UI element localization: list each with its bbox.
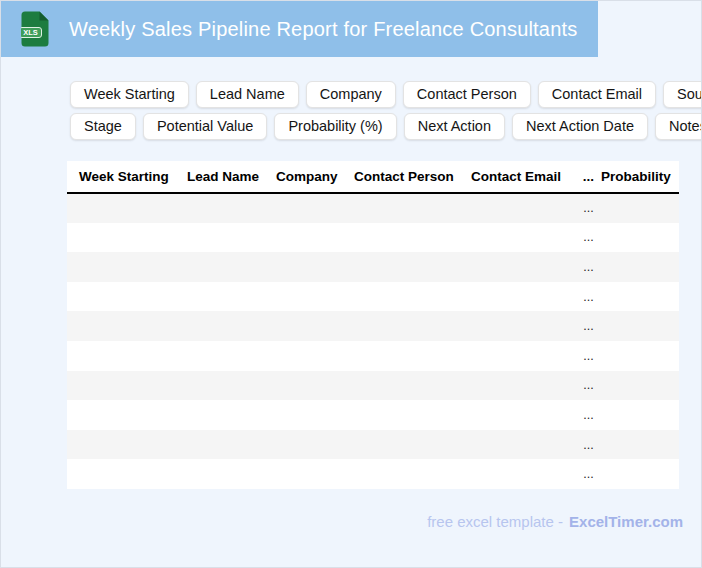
empty-cell	[276, 371, 354, 401]
column-chip: Company	[306, 81, 396, 108]
empty-cell	[601, 282, 679, 312]
empty-cell	[276, 341, 354, 371]
empty-cell	[67, 223, 187, 253]
footer-brand-link[interactable]: ExcelTimer.com	[569, 513, 683, 530]
column-header: Contact Email	[471, 161, 576, 193]
empty-cell	[187, 223, 276, 253]
column-header-ellipsis: ...	[576, 161, 601, 193]
table-row: ...	[67, 252, 679, 282]
empty-cell	[471, 341, 576, 371]
column-chip: Contact Person	[403, 81, 531, 108]
empty-cell	[471, 252, 576, 282]
empty-cell	[67, 400, 187, 430]
empty-cell	[471, 371, 576, 401]
ellipsis-cell: ...	[576, 252, 601, 282]
column-chip: Week Starting	[70, 81, 189, 108]
empty-cell	[67, 193, 187, 223]
empty-cell	[354, 282, 471, 312]
empty-cell	[187, 282, 276, 312]
empty-cell	[354, 311, 471, 341]
column-chip: Probability (%)	[274, 113, 396, 140]
table-row: ...	[67, 459, 679, 489]
empty-cell	[471, 193, 576, 223]
empty-cell	[276, 193, 354, 223]
empty-cell	[276, 223, 354, 253]
table-row: ...	[67, 193, 679, 223]
empty-cell	[276, 252, 354, 282]
empty-cell	[187, 252, 276, 282]
empty-cell	[187, 341, 276, 371]
ellipsis-cell: ...	[576, 459, 601, 489]
column-chip: Next Action Date	[512, 113, 648, 140]
empty-cell	[601, 223, 679, 253]
column-chip: Source	[663, 81, 702, 108]
xls-file-icon: XLS	[21, 11, 49, 47]
empty-cell	[471, 430, 576, 460]
ellipsis-cell: ...	[576, 311, 601, 341]
empty-cell	[276, 459, 354, 489]
empty-cell	[354, 223, 471, 253]
xls-badge-label: XLS	[23, 28, 38, 37]
empty-cell	[601, 459, 679, 489]
empty-cell	[276, 430, 354, 460]
empty-cell	[276, 311, 354, 341]
page-title: Weekly Sales Pipeline Report for Freelan…	[69, 18, 577, 41]
empty-cell	[354, 459, 471, 489]
pipeline-table: Week StartingLead NameCompanyContact Per…	[67, 161, 679, 489]
empty-cell	[471, 223, 576, 253]
column-header: Contact Person	[354, 161, 471, 193]
empty-cell	[187, 430, 276, 460]
empty-cell	[354, 400, 471, 430]
ellipsis-cell: ...	[576, 193, 601, 223]
empty-cell	[67, 341, 187, 371]
empty-cell	[276, 282, 354, 312]
table-row: ...	[67, 311, 679, 341]
empty-cell	[471, 311, 576, 341]
column-chip: Lead Name	[196, 81, 299, 108]
empty-cell	[354, 371, 471, 401]
table-body: ..............................	[67, 193, 679, 489]
header-bar: XLS Weekly Sales Pipeline Report for Fre…	[1, 1, 598, 57]
empty-cell	[601, 371, 679, 401]
empty-cell	[187, 371, 276, 401]
column-chip: Notes	[655, 113, 702, 140]
empty-cell	[354, 193, 471, 223]
empty-cell	[471, 459, 576, 489]
empty-cell	[601, 400, 679, 430]
ellipsis-cell: ...	[576, 400, 601, 430]
footer-text: free excel template -	[427, 513, 563, 530]
column-header: Company	[276, 161, 354, 193]
table-head: Week StartingLead NameCompanyContact Per…	[67, 161, 679, 193]
empty-cell	[354, 252, 471, 282]
ellipsis-cell: ...	[576, 371, 601, 401]
footer-credit: free excel template -ExcelTimer.com	[427, 513, 683, 530]
chip-row-2: StagePotential ValueProbability (%)Next …	[70, 113, 692, 140]
empty-cell	[67, 430, 187, 460]
empty-cell	[187, 193, 276, 223]
column-chip: Potential Value	[143, 113, 267, 140]
empty-cell	[67, 311, 187, 341]
empty-cell	[601, 193, 679, 223]
empty-cell	[67, 252, 187, 282]
empty-cell	[471, 282, 576, 312]
empty-cell	[354, 341, 471, 371]
template-preview-page: XLS Weekly Sales Pipeline Report for Fre…	[0, 0, 702, 568]
column-header: Probability	[601, 161, 679, 193]
chip-row-1: Week StartingLead NameCompanyContact Per…	[70, 81, 692, 108]
empty-cell	[67, 282, 187, 312]
empty-cell	[187, 459, 276, 489]
column-chip: Stage	[70, 113, 136, 140]
column-chips: Week StartingLead NameCompanyContact Per…	[70, 81, 692, 140]
empty-cell	[276, 400, 354, 430]
table-row: ...	[67, 341, 679, 371]
column-header: Lead Name	[187, 161, 276, 193]
empty-cell	[187, 400, 276, 430]
empty-cell	[354, 430, 471, 460]
table-row: ...	[67, 223, 679, 253]
empty-cell	[601, 252, 679, 282]
table-row: ...	[67, 371, 679, 401]
table-header-row: Week StartingLead NameCompanyContact Per…	[67, 161, 679, 193]
empty-cell	[187, 311, 276, 341]
empty-cell	[601, 341, 679, 371]
column-header: Week Starting	[67, 161, 187, 193]
